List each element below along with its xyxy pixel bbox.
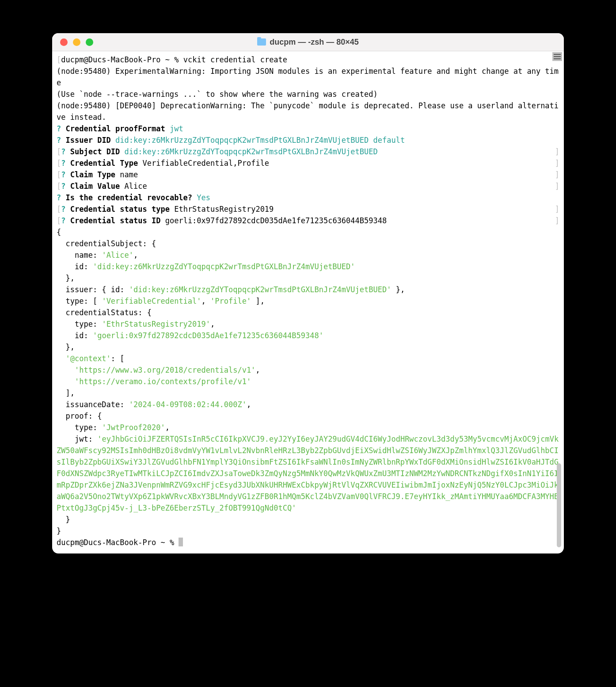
- cursor[interactable]: [179, 538, 183, 546]
- row-statustype: [? Credential status type EthrStatusRegi…: [52, 203, 564, 215]
- jwt-value: 'eyJhbGciOiJFZERTQSIsInR5cCI6IkpXVCJ9.ey…: [57, 435, 559, 512]
- prompt-symbol: %: [174, 55, 179, 64]
- json-output: { credentialSubject: { name: 'Alice', id…: [52, 226, 564, 548]
- folder-icon: [257, 38, 266, 46]
- row-subject: [? Subject DID did:key:z6MkrUzzgZdYToqpq…: [52, 146, 564, 157]
- terminal-window: ducpm — -zsh — 80×45 [ducpm@Ducs-MacBook…: [52, 33, 564, 553]
- row-claimtype: [? Claim Type name]: [52, 169, 564, 180]
- prompt-user: ducpm@Ducs-MacBook-Pro: [61, 55, 160, 64]
- a-issuer: did:key:z6MkrUzzgZdYToqpqcpK2wrTmsdPtGXL…: [115, 136, 405, 145]
- warning-3: (node:95480) [DEP0040] DeprecationWarnin…: [57, 101, 559, 122]
- prompt-path: ~: [165, 55, 170, 64]
- q-proofformat: Credential proofFormat: [66, 124, 165, 133]
- zoom-icon[interactable]: [86, 38, 93, 46]
- pane-menu-icon[interactable]: [552, 52, 562, 61]
- prompt-user: ducpm@Ducs-MacBook-Pro: [57, 538, 156, 547]
- row-claimvalue: [? Claim Value Alice]: [52, 180, 564, 192]
- warning-1: (node:95480) ExperimentalWarning: Import…: [57, 67, 559, 87]
- terminal-body[interactable]: [ducpm@Ducs-MacBook-Pro ~ % vckit creden…: [52, 51, 564, 553]
- titlebar[interactable]: ducpm — -zsh — 80×45: [52, 33, 564, 51]
- minimize-icon[interactable]: [73, 38, 80, 46]
- q-mark: ?: [57, 124, 61, 133]
- bracket-l: [: [57, 55, 61, 64]
- window-title: ducpm — -zsh — 80×45: [52, 38, 564, 47]
- a-proofformat: jwt: [170, 124, 183, 133]
- window-controls: [52, 38, 93, 46]
- row-statusid: [? Credential status ID goerli:0x97fd278…: [52, 215, 564, 226]
- title-text: ducpm — -zsh — 80×45: [270, 38, 359, 47]
- row-revocable: ? Is the credential revocable? Yes: [52, 192, 564, 203]
- q-issuer: Issuer DID: [66, 136, 111, 145]
- row-credtype: [? Credential Type VerifiableCredential,…: [52, 157, 564, 169]
- terminal-output: [ducpm@Ducs-MacBook-Pro ~ % vckit creden…: [52, 54, 564, 146]
- warning-2: (Use `node --trace-warnings ...` to show…: [57, 90, 378, 99]
- close-icon[interactable]: [60, 38, 68, 46]
- q-mark: ?: [57, 136, 61, 145]
- scrollbar-thumb[interactable]: [557, 463, 561, 547]
- command-text: vckit credential create: [183, 55, 287, 64]
